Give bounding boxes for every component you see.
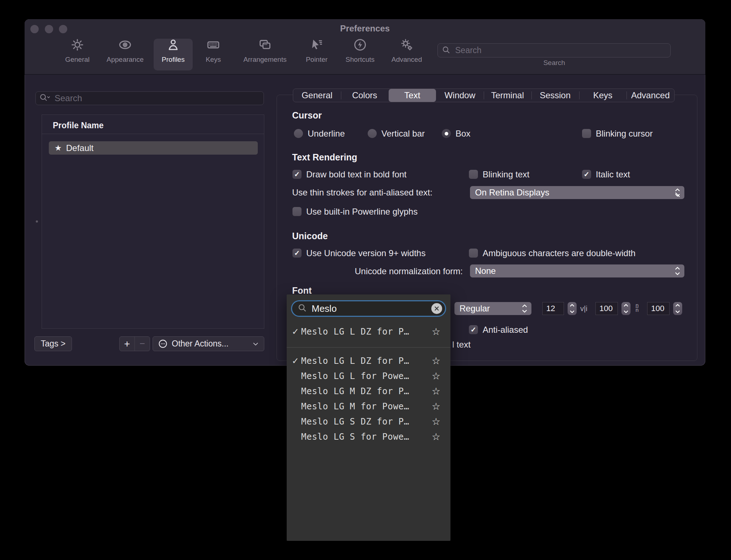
font-search-input[interactable] bbox=[311, 303, 431, 315]
star-outline-icon[interactable]: ☆ bbox=[432, 355, 450, 367]
toolbar-item-general[interactable]: General bbox=[55, 38, 100, 72]
blinking-text-checkbox[interactable] bbox=[469, 170, 478, 179]
unicode-v9-option: Use Unicode version 9+ widths bbox=[292, 246, 426, 260]
toolbar-search-input[interactable] bbox=[454, 45, 667, 56]
pointer-arrow-icon bbox=[310, 38, 324, 53]
thin-strokes-dropdown[interactable]: On Retina Displays bbox=[470, 186, 684, 199]
font-name: Meslo LG M DZ for P… bbox=[301, 386, 432, 396]
tab-text[interactable]: Text bbox=[389, 89, 436, 102]
horizontal-spacing-field[interactable]: 100 bbox=[595, 302, 618, 315]
star-outline-icon[interactable]: ☆ bbox=[432, 385, 450, 397]
toolbar-item-arrangements[interactable]: Arrangements bbox=[243, 38, 287, 72]
toolbar-item-label: General bbox=[65, 56, 90, 64]
italic-text-checkbox[interactable] bbox=[582, 170, 591, 179]
windows-icon bbox=[258, 38, 272, 53]
vertical-spacing-field[interactable]: 100 bbox=[647, 302, 670, 315]
tab-general[interactable]: General bbox=[293, 89, 341, 102]
tab-window[interactable]: Window bbox=[436, 89, 484, 102]
window-title: Preferences bbox=[25, 23, 705, 34]
profile-list-header: Profile Name bbox=[53, 121, 104, 130]
toolbar-item-pointer[interactable]: Pointer bbox=[294, 38, 339, 72]
add-profile-button[interactable]: + bbox=[120, 337, 134, 351]
antialiased-label: Anti-aliased bbox=[483, 325, 528, 335]
font-size-field[interactable]: 12 bbox=[542, 302, 564, 315]
vertical-spacing-icon: nn bbox=[636, 303, 638, 312]
blinking-cursor-checkbox[interactable] bbox=[582, 129, 591, 138]
thin-strokes-label: Use thin strokes for anti-aliased text: bbox=[292, 188, 432, 198]
tab-colors[interactable]: Colors bbox=[341, 89, 389, 102]
toolbar-item-label: Appearance bbox=[107, 56, 144, 64]
toolbar-item-advanced[interactable]: Advanced bbox=[384, 38, 429, 72]
star-outline-icon[interactable]: ☆ bbox=[432, 326, 450, 337]
font-current-row[interactable]: ✓ Meslo LG L DZ for P… ☆ bbox=[287, 324, 450, 339]
font-result-row[interactable]: Meslo LG S DZ for P… ☆ bbox=[287, 414, 450, 429]
unicode-v9-checkbox[interactable] bbox=[292, 249, 302, 258]
up-down-chevron-icon bbox=[521, 304, 528, 315]
powerline-label: Use built-in Powerline glyphs bbox=[306, 207, 418, 217]
blinking-text-label: Blinking text bbox=[483, 169, 529, 180]
tags-button[interactable]: Tags > bbox=[34, 336, 72, 351]
toolbar-item-profiles[interactable]: Profiles bbox=[151, 38, 196, 72]
horizontal-spacing-stepper[interactable] bbox=[621, 302, 630, 315]
vertical-bar-radio[interactable] bbox=[368, 129, 377, 138]
toolbar-item-label: Pointer bbox=[306, 56, 328, 64]
profile-row-default[interactable]: ★ Default bbox=[49, 141, 258, 155]
toolbar-item-shortcuts[interactable]: Shortcuts bbox=[338, 38, 382, 72]
ambiguous-width-checkbox[interactable] bbox=[469, 249, 478, 258]
font-name: Meslo LG S DZ for P… bbox=[301, 417, 432, 427]
font-name: Meslo LG L for Powe… bbox=[301, 371, 432, 381]
up-down-chevron-icon bbox=[674, 266, 681, 278]
draw-bold-checkbox[interactable] bbox=[292, 170, 302, 179]
clear-search-button[interactable] bbox=[431, 303, 442, 314]
vertical-spacing-stepper[interactable] bbox=[673, 302, 682, 315]
star-outline-icon[interactable]: ☆ bbox=[432, 401, 450, 412]
font-style-dropdown[interactable]: Regular bbox=[454, 302, 531, 315]
tab-advanced[interactable]: Advanced bbox=[627, 89, 674, 102]
tab-session[interactable]: Session bbox=[531, 89, 579, 102]
blinking-cursor-label: Blinking cursor bbox=[596, 129, 653, 139]
normalization-dropdown[interactable]: None bbox=[470, 264, 684, 277]
horizontal-spacing-icon: v|i bbox=[580, 305, 587, 313]
profile-name: Default bbox=[66, 143, 94, 153]
font-result-row[interactable]: ✓ Meslo LG L DZ for P… ☆ bbox=[287, 354, 450, 368]
toolbar-item-label: Arrangements bbox=[243, 56, 286, 64]
font-name: Meslo LG L DZ for P… bbox=[301, 327, 432, 337]
other-actions-button[interactable]: Other Actions... bbox=[153, 336, 264, 351]
splitter-handle-dot[interactable] bbox=[36, 220, 38, 223]
star-outline-icon[interactable]: ☆ bbox=[432, 370, 450, 382]
font-name: Meslo LG L DZ for P… bbox=[301, 356, 432, 366]
star-outline-icon[interactable]: ☆ bbox=[432, 416, 450, 427]
font-result-row[interactable]: Meslo LG S for Powe… ☆ bbox=[287, 430, 450, 444]
ellipsis-circle-icon bbox=[158, 339, 168, 349]
tab-terminal[interactable]: Terminal bbox=[484, 89, 531, 102]
toolbar-search-label: Search bbox=[527, 59, 581, 67]
font-search-field[interactable] bbox=[291, 300, 446, 317]
font-picker-popup: ✓ Meslo LG L DZ for P… ☆ ✓ Meslo LG L DZ… bbox=[287, 294, 450, 541]
toolbar-search-field[interactable] bbox=[437, 43, 671, 57]
blinking-text-option: Blinking text bbox=[469, 168, 529, 181]
profile-list: Profile Name ★ Default bbox=[42, 115, 264, 329]
star-outline-icon[interactable]: ☆ bbox=[432, 431, 450, 443]
remove-profile-button[interactable]: − bbox=[134, 337, 150, 351]
toolbar-item-keys[interactable]: Keys bbox=[191, 38, 236, 72]
normalization-label: Unicode normalization form: bbox=[292, 266, 463, 276]
font-result-row[interactable]: Meslo LG M for Powe… ☆ bbox=[287, 399, 450, 414]
box-label: Box bbox=[456, 129, 470, 139]
antialiased-checkbox[interactable] bbox=[469, 325, 478, 334]
text-rendering-heading: Text Rendering bbox=[292, 152, 357, 163]
italic-text-label: Italic text bbox=[596, 169, 630, 180]
underline-radio[interactable] bbox=[294, 129, 303, 138]
font-result-row[interactable]: Meslo LG L for Powe… ☆ bbox=[287, 369, 450, 383]
font-size-stepper[interactable] bbox=[568, 302, 577, 315]
profile-search-field[interactable] bbox=[35, 91, 264, 105]
other-actions-label: Other Actions... bbox=[172, 339, 228, 349]
ambiguous-width-label: Ambiguous characters are double-width bbox=[483, 248, 636, 258]
search-icon bbox=[297, 303, 307, 314]
powerline-checkbox[interactable] bbox=[292, 207, 302, 216]
font-result-row[interactable]: Meslo LG M DZ for P… ☆ bbox=[287, 384, 450, 399]
profile-search-input[interactable] bbox=[54, 93, 261, 104]
toolbar-item-label: Shortcuts bbox=[346, 56, 375, 64]
box-radio[interactable] bbox=[442, 129, 451, 138]
tab-keys[interactable]: Keys bbox=[579, 89, 627, 102]
toolbar-item-appearance[interactable]: Appearance bbox=[103, 38, 148, 72]
